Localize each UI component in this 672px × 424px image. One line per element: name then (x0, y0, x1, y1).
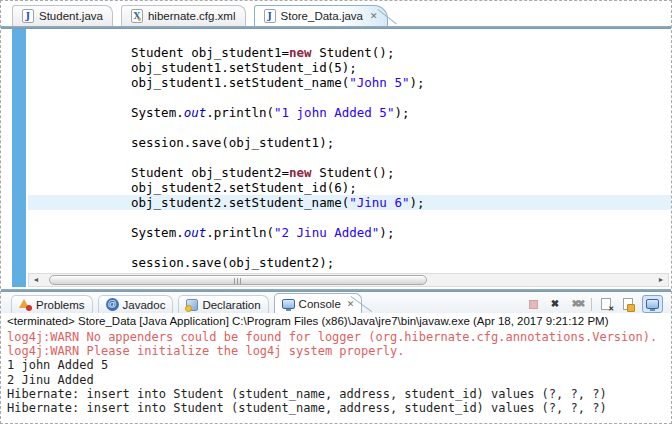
code-token: ); (409, 195, 424, 210)
scrollbar-thumb[interactable] (49, 275, 427, 285)
code-token: ); (394, 105, 409, 120)
editor-tab-label: hibernate.cfg.xml (148, 10, 236, 22)
console-line: log4j:WARN No appenders could be found f… (7, 330, 671, 344)
javadoc-icon: @ (106, 298, 119, 311)
console-line: Hibernate: insert into Student (student_… (7, 401, 671, 415)
problems-icon (19, 299, 32, 311)
code-line[interactable]: System.out.println("1 john Added 5"); (28, 105, 671, 120)
remove-all-terminated-icon: ✖✖ (572, 299, 583, 309)
scrollbar-grip-icon (234, 278, 243, 284)
console-header: <terminated> Store_Data [Java Applicatio… (1, 313, 671, 328)
terminate-button[interactable] (525, 296, 541, 312)
scroll-left-icon[interactable]: ◄ (29, 274, 43, 286)
code-line[interactable]: obj_student2.setStudent_id(6); (28, 180, 671, 195)
code-line[interactable]: session.save(obj_student1); (28, 135, 671, 150)
code-line[interactable]: Student obj_student1=new Student(); (28, 45, 671, 60)
console-line: Hibernate: insert into Student (student_… (7, 387, 671, 401)
remove-launch-button[interactable]: ✖ (547, 296, 563, 312)
editor-tab-store-data-java[interactable]: JStore_Data.java✕ (254, 5, 388, 26)
view-tab-problems[interactable]: Problems (11, 295, 93, 313)
code-token: out (184, 105, 207, 120)
code-token: session.save(obj_student1); (131, 135, 334, 150)
code-token: ); (409, 75, 424, 90)
code-token: System. (131, 225, 184, 240)
tab-swoosh (377, 9, 397, 25)
code-line[interactable]: obj_student2.setStudent_name("Jinu 6"); (28, 195, 671, 210)
view-tab-console[interactable]: Console✕ (274, 293, 363, 313)
close-icon[interactable]: ✕ (370, 11, 378, 21)
code-line[interactable] (28, 210, 671, 225)
eclipse-window: JStudent.javaXhibernate.cfg.xmlJStore_Da… (0, 0, 672, 424)
code-token: "1 john Added 5" (274, 105, 394, 120)
code-token: ); (379, 225, 394, 240)
code-line[interactable]: session.save(obj_student2); (28, 255, 671, 270)
code-line[interactable]: System.out.println("2 Jinu Added"); (28, 225, 671, 240)
code-token: Student obj_student1= (131, 45, 289, 60)
pin-console-button[interactable] (642, 295, 663, 313)
editor-tab-bar: JStudent.javaXhibernate.cfg.xmlJStore_Da… (1, 1, 671, 26)
console-line: 2 Jinu Added (7, 373, 671, 387)
declaration-icon (186, 299, 198, 311)
view-tab-label: Problems (36, 299, 85, 311)
code-token: new (289, 165, 312, 180)
horizontal-scrollbar[interactable]: ◄ ► (28, 273, 669, 287)
java-file-icon: J (22, 9, 34, 23)
code-token: obj_student1.setStudent_name( (131, 75, 349, 90)
view-tab-declaration[interactable]: Declaration (178, 295, 268, 313)
code-token: .println( (206, 105, 274, 120)
remove-all-terminated-button[interactable]: ✖✖ (569, 296, 585, 312)
scroll-lock-icon (623, 298, 633, 310)
view-tab-label: Javadoc (123, 299, 166, 311)
code-token: obj_student1.setStudent_id(5); (131, 60, 357, 75)
code-line[interactable] (28, 90, 671, 105)
bottom-view-tab-bar: Problems@JavadocDeclarationConsole✕✖✖✖ (1, 292, 671, 313)
scrollbar-track[interactable] (43, 274, 654, 286)
console-line: 1 john Added 5 (7, 358, 671, 372)
view-tab-label: Console (299, 298, 341, 310)
console-output: log4j:WARN No appenders could be found f… (1, 328, 671, 415)
editor-tab-student-java[interactable]: JStudent.java (12, 5, 113, 26)
code-token: new (289, 45, 312, 60)
scroll-right-icon[interactable]: ► (654, 274, 668, 286)
code-line[interactable]: Student obj_student2=new Student(); (28, 165, 671, 180)
code-token: "Jinu 6" (349, 195, 409, 210)
editor-tab-label: Student.java (39, 10, 103, 22)
code-token: System. (131, 105, 184, 120)
editor-area: Student obj_student1=new Student();obj_s… (1, 29, 671, 287)
terminate-icon (529, 300, 538, 309)
clear-console-icon (601, 298, 611, 310)
code-line[interactable] (28, 240, 671, 255)
xml-file-icon: X (131, 9, 143, 23)
code-area[interactable]: Student obj_student1=new Student();obj_s… (28, 29, 671, 273)
code-token: Student(); (312, 45, 395, 60)
close-icon[interactable]: ✕ (347, 299, 355, 309)
code-token: .println( (206, 225, 274, 240)
code-token: obj_student2.setStudent_id(6); (131, 180, 357, 195)
console-line: log4j:WARN Please initialize the log4j s… (7, 344, 671, 358)
code-line[interactable] (28, 150, 671, 165)
clear-console-button[interactable] (598, 296, 614, 312)
view-tab-label: Declaration (202, 299, 260, 311)
code-token: session.save(obj_student2); (131, 255, 334, 270)
code-token: out (184, 225, 207, 240)
console-toolbar: ✖✖✖ (525, 295, 663, 313)
code-token: obj_student2.setStudent_name( (131, 195, 349, 210)
code-token: Student(); (312, 165, 395, 180)
editor-tab-label: Store_Data.java (281, 10, 363, 22)
code-token: Student obj_student2= (131, 165, 289, 180)
code-token: "2 Jinu Added" (274, 225, 379, 240)
editor-vertical-ruler[interactable] (12, 29, 26, 287)
scroll-lock-button[interactable] (620, 296, 636, 312)
pin-console-icon (646, 299, 659, 309)
code-line[interactable] (28, 120, 671, 135)
code-line[interactable]: obj_student1.setStudent_name("John 5"); (28, 75, 671, 90)
toolbar-separator (591, 298, 592, 311)
editor-tab-hibernate-cfg-xml[interactable]: Xhibernate.cfg.xml (121, 5, 246, 26)
code-token: "John 5" (349, 75, 409, 90)
console-icon (282, 299, 295, 309)
code-line[interactable]: obj_student1.setStudent_id(5); (28, 60, 671, 75)
remove-launch-icon: ✖ (551, 299, 559, 309)
java-file-icon: J (264, 9, 276, 23)
view-tab-javadoc[interactable]: @Javadoc (98, 295, 174, 313)
